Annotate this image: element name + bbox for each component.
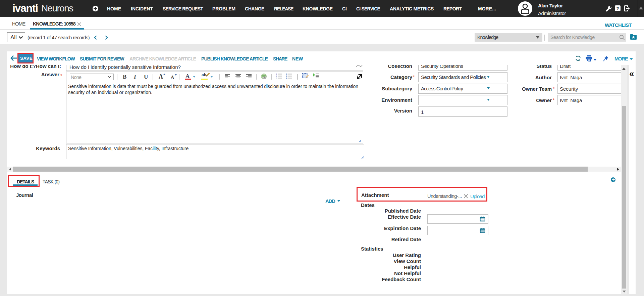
svg-text:3: 3 [276,77,277,79]
